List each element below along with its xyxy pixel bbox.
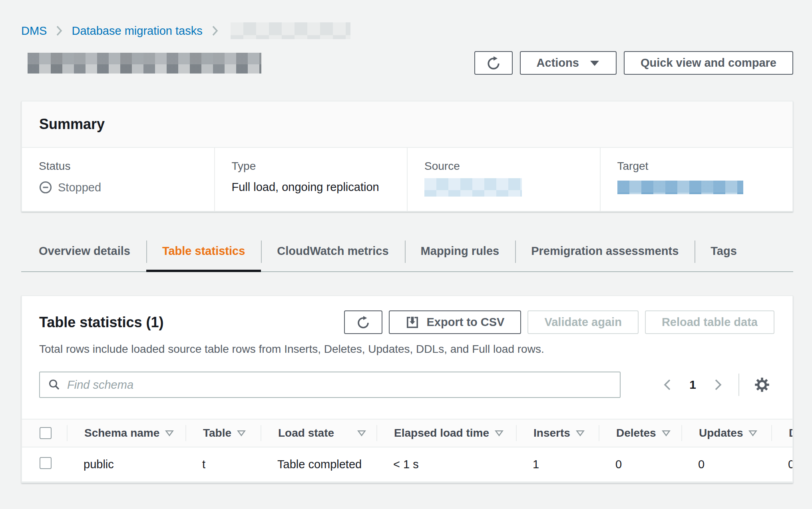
sort-icon[interactable] — [748, 430, 757, 437]
table-statistics-card: Table statistics (1) — [21, 295, 793, 483]
tab-table-statistics[interactable]: Table statistics — [146, 238, 261, 271]
current-page-number: 1 — [689, 378, 696, 392]
export-csv-label: Export to CSV — [426, 316, 504, 329]
column-header-table[interactable]: Table — [203, 427, 231, 439]
table-header-row: Schema name Table Load state Elapsed loa… — [22, 419, 793, 447]
summary-target-column: Target — [600, 148, 793, 211]
select-all-checkbox[interactable] — [40, 427, 52, 439]
cell-schema-name: public — [67, 458, 185, 471]
summary-card-header: Summary — [22, 101, 792, 148]
source-label: Source — [424, 160, 592, 173]
tab-mapping-rules[interactable]: Mapping rules — [405, 238, 515, 271]
refresh-button[interactable] — [474, 51, 513, 75]
summary-card: Summary Status Stopped Type Full load, — [21, 101, 793, 212]
cell-table: t — [185, 458, 261, 471]
breadcrumb-chevron-icon — [56, 25, 63, 37]
sort-icon[interactable] — [576, 430, 585, 437]
previous-page-button[interactable] — [659, 375, 676, 395]
column-header-schema-name[interactable]: Schema name — [84, 427, 159, 439]
refresh-icon — [486, 56, 501, 70]
status-value: Stopped — [39, 181, 206, 194]
cell-load-state: Table completed — [261, 458, 376, 471]
chevron-left-icon — [663, 378, 672, 392]
cell-inserts: 1 — [516, 458, 599, 471]
breadcrumb-link-dms[interactable]: DMS — [21, 24, 47, 38]
sort-icon[interactable] — [662, 430, 671, 437]
breadcrumb-link-migration-tasks[interactable]: Database migration tasks — [72, 24, 202, 38]
breadcrumb-chevron-icon — [211, 25, 219, 37]
stopped-status-icon — [39, 181, 52, 194]
schema-search-input[interactable] — [67, 378, 612, 392]
page-header: Actions Quick view and compare — [21, 51, 793, 75]
column-header-clipped[interactable]: D — [789, 427, 793, 439]
summary-source-column: Source — [407, 148, 600, 211]
column-header-deletes[interactable]: Deletes — [616, 427, 656, 439]
status-label: Status — [39, 160, 206, 173]
download-icon — [406, 316, 419, 329]
table-statistics-title: Table statistics (1) — [39, 314, 163, 331]
type-label: Type — [232, 160, 399, 173]
table-refresh-button[interactable] — [344, 310, 382, 334]
table-statistics-header: Table statistics (1) — [22, 310, 792, 334]
export-csv-button[interactable]: Export to CSV — [389, 310, 521, 334]
target-endpoint-redacted[interactable] — [617, 181, 743, 194]
refresh-icon — [356, 316, 370, 329]
cell-elapsed-load-time: < 1 s — [376, 458, 516, 471]
breadcrumb: DMS Database migration tasks — [21, 0, 793, 39]
summary-type-column: Type Full load, ongoing replication — [214, 148, 407, 211]
breadcrumb-current-task-redacted — [231, 22, 350, 39]
cell-clipped: 0 — [771, 458, 793, 471]
sort-icon[interactable] — [357, 430, 366, 437]
toolbar-divider — [738, 374, 739, 396]
tab-cloudwatch-metrics[interactable]: CloudWatch metrics — [261, 238, 404, 271]
table-statistics-table: Schema name Table Load state Elapsed loa… — [22, 419, 793, 482]
sort-icon[interactable] — [165, 430, 174, 437]
page-title-redacted — [28, 53, 261, 74]
sort-icon[interactable] — [237, 430, 246, 437]
dms-task-page: DMS Database migration tasks Actions — [0, 0, 812, 509]
sort-icon[interactable] — [495, 430, 504, 437]
status-text: Stopped — [58, 181, 101, 194]
cell-deletes: 0 — [599, 458, 681, 471]
column-header-inserts[interactable]: Inserts — [533, 427, 570, 439]
chevron-right-icon — [714, 378, 722, 392]
source-endpoint-redacted[interactable] — [424, 178, 522, 197]
pagination: 1 — [659, 373, 774, 396]
actions-menu-button[interactable]: Actions — [520, 51, 617, 75]
target-label: Target — [617, 160, 785, 173]
table-toolbar: 1 — [22, 372, 792, 398]
summary-body: Status Stopped Type Full load, ongoing r… — [22, 148, 792, 211]
column-header-elapsed-load-time[interactable]: Elapsed load time — [394, 427, 489, 439]
caret-down-icon — [589, 59, 600, 67]
summary-title: Summary — [39, 116, 105, 133]
column-header-load-state[interactable]: Load state — [278, 427, 334, 439]
table-statistics-description: Total rows include loaded source table r… — [22, 343, 792, 356]
summary-status-column: Status Stopped — [22, 148, 214, 211]
validate-again-button[interactable]: Validate again — [527, 310, 638, 334]
table-statistics-buttons: Export to CSV Validate again Reload tabl… — [344, 310, 774, 334]
page-header-actions: Actions Quick view and compare — [474, 51, 793, 75]
actions-menu-label: Actions — [537, 56, 579, 70]
tab-tags[interactable]: Tags — [695, 238, 753, 271]
tab-premigration-assessments[interactable]: Premigration assessments — [515, 238, 695, 271]
cell-updates: 0 — [681, 458, 771, 471]
task-detail-tabs: Overview details Table statistics CloudW… — [21, 238, 793, 272]
gear-icon — [754, 376, 770, 393]
table-settings-button[interactable] — [750, 373, 774, 396]
quick-view-compare-button[interactable]: Quick view and compare — [624, 51, 793, 75]
next-page-button[interactable] — [710, 375, 726, 395]
type-value: Full load, ongoing replication — [232, 181, 399, 194]
search-icon — [48, 378, 61, 391]
column-header-updates[interactable]: Updates — [699, 427, 743, 439]
table-row: public t Table completed < 1 s 1 0 0 0 — [22, 447, 793, 482]
tab-overview-details[interactable]: Overview details — [21, 238, 146, 271]
reload-table-data-button[interactable]: Reload table data — [645, 310, 774, 334]
schema-search-box — [39, 372, 621, 398]
row-checkbox[interactable] — [40, 457, 52, 469]
